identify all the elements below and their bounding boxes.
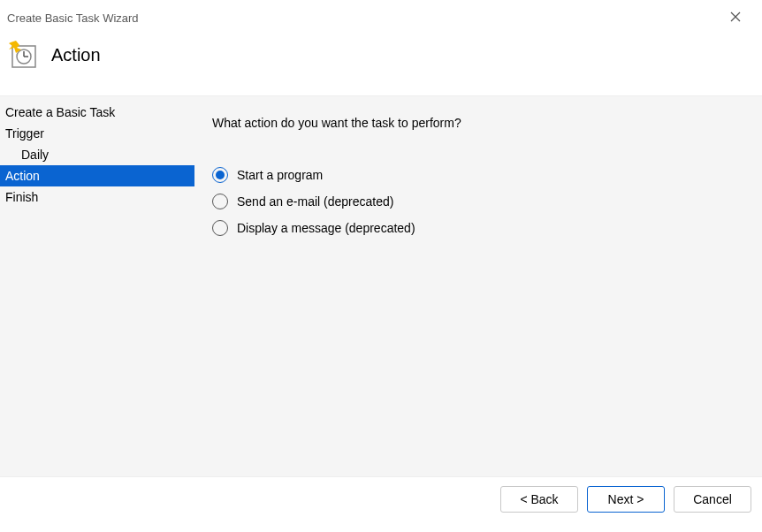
sidebar-item-finish[interactable]: Finish bbox=[0, 186, 194, 208]
radio-start-program[interactable] bbox=[212, 167, 228, 183]
wizard-footer: < Back Next > Cancel bbox=[0, 477, 762, 521]
radio-label: Send an e-mail (deprecated) bbox=[237, 194, 393, 209]
next-button[interactable]: Next > bbox=[587, 486, 665, 513]
action-prompt: What action do you want the task to perf… bbox=[212, 116, 744, 130]
close-icon[interactable] bbox=[723, 7, 748, 28]
radio-row-start-program[interactable]: Start a program bbox=[212, 167, 744, 183]
radio-send-email[interactable] bbox=[212, 194, 228, 209]
cancel-button[interactable]: Cancel bbox=[674, 486, 751, 513]
sidebar-item-create-basic-task[interactable]: Create a Basic Task bbox=[0, 102, 194, 123]
sidebar-item-trigger[interactable]: Trigger bbox=[0, 123, 194, 144]
radio-row-send-email[interactable]: Send an e-mail (deprecated) bbox=[212, 194, 744, 209]
window-title: Create Basic Task Wizard bbox=[7, 11, 139, 25]
wizard-header-icon bbox=[9, 41, 37, 69]
wizard-sidebar: Create a Basic Task Trigger Daily Action… bbox=[0, 96, 194, 476]
radio-display-message[interactable] bbox=[212, 220, 228, 236]
titlebar: Create Basic Task Wizard bbox=[0, 0, 762, 28]
radio-label: Display a message (deprecated) bbox=[237, 221, 415, 235]
radio-row-display-message[interactable]: Display a message (deprecated) bbox=[212, 220, 744, 236]
sidebar-item-daily[interactable]: Daily bbox=[0, 144, 194, 165]
wizard-content: What action do you want the task to perf… bbox=[194, 96, 762, 476]
wizard-body: Create a Basic Task Trigger Daily Action… bbox=[0, 95, 762, 477]
wizard-header: Action bbox=[0, 28, 762, 95]
action-radio-group: Start a program Send an e-mail (deprecat… bbox=[212, 167, 744, 236]
radio-label: Start a program bbox=[237, 168, 323, 182]
sidebar-item-action[interactable]: Action bbox=[0, 165, 194, 186]
back-button[interactable]: < Back bbox=[500, 486, 578, 513]
page-title: Action bbox=[51, 45, 101, 65]
